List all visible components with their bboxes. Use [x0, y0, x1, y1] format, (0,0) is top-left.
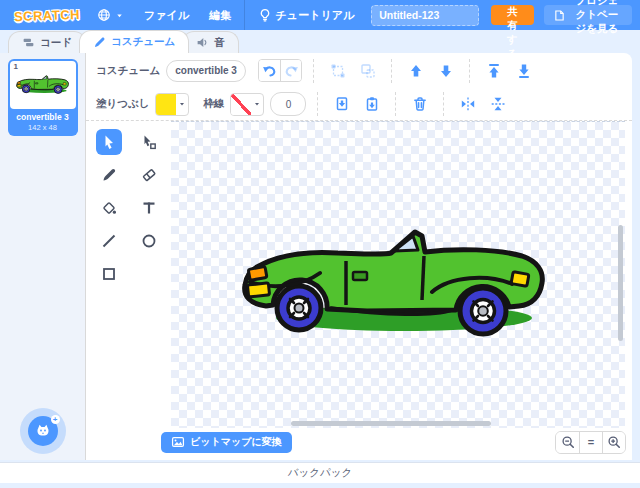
- share-button[interactable]: 共有する: [491, 5, 533, 25]
- toolbar-divider: [443, 92, 445, 116]
- plus-badge-icon: +: [51, 415, 60, 424]
- tool-reshape[interactable]: [136, 129, 162, 155]
- copy-button[interactable]: [330, 92, 354, 116]
- undo-button[interactable]: [259, 60, 280, 81]
- layer-front-icon: [486, 63, 502, 79]
- fill-color-picker[interactable]: [155, 93, 189, 116]
- costume-item-selected[interactable]: 1 convertible 3 142 x 48: [8, 59, 78, 136]
- ungroup-button[interactable]: [356, 59, 380, 83]
- tab-costumes-label: コスチューム: [111, 35, 175, 49]
- vertical-scrollbar[interactable]: [618, 225, 623, 341]
- copy-icon: [334, 96, 350, 112]
- tutorials-label: チュートリアル: [276, 8, 355, 23]
- page-icon: [553, 9, 566, 22]
- tool-fill[interactable]: [96, 195, 122, 221]
- flip-vertical-icon: [490, 96, 506, 112]
- scratch-editor-window: SCRATCH ファイル 編集 チュートリアル 共有する プロジェクトページを見…: [0, 0, 640, 488]
- topbar: SCRATCH ファイル 編集 チュートリアル 共有する プロジェクトページを見…: [0, 0, 640, 30]
- tool-brush[interactable]: [96, 162, 122, 188]
- outline-color-picker[interactable]: [230, 93, 264, 116]
- toolbar-divider: [391, 59, 393, 83]
- project-name-input[interactable]: [371, 5, 479, 26]
- undo-redo-group: [258, 59, 302, 82]
- convert-to-bitmap-button[interactable]: ビットマップに変換: [161, 432, 292, 453]
- group-button[interactable]: [326, 59, 350, 83]
- main-area: 1 convertible 3 142 x 48 + コスチューム: [0, 53, 640, 460]
- costume-name-input[interactable]: [166, 60, 246, 82]
- fill-label: 塗りつぶし: [96, 97, 149, 111]
- circle-icon: [141, 233, 157, 249]
- backpack-bar[interactable]: バックパック: [0, 462, 640, 483]
- code-blocks-icon: [22, 36, 35, 49]
- layer-forward-button[interactable]: [404, 59, 428, 83]
- toolbar-divider: [395, 92, 397, 116]
- costume-thumbnail-art: [15, 75, 71, 95]
- reshape-icon: [141, 134, 157, 150]
- scratch-logo[interactable]: SCRATCH: [8, 6, 87, 24]
- tool-line[interactable]: [96, 228, 122, 254]
- tool-rectangle[interactable]: [96, 261, 122, 287]
- language-menu[interactable]: [88, 0, 133, 30]
- flip-horizontal-button[interactable]: [456, 92, 480, 116]
- tool-circle[interactable]: [136, 228, 162, 254]
- stroke-width-input[interactable]: [270, 92, 306, 116]
- tool-text[interactable]: [136, 195, 162, 221]
- redo-button[interactable]: [280, 60, 301, 81]
- tool-eraser[interactable]: [136, 162, 162, 188]
- tab-sounds[interactable]: 音: [182, 31, 239, 53]
- flip-vertical-button[interactable]: [486, 92, 510, 116]
- costume-field-label: コスチューム: [96, 64, 160, 78]
- add-costume-button[interactable]: +: [28, 416, 58, 446]
- tool-select[interactable]: [96, 129, 122, 155]
- toolbar-divider: [469, 59, 471, 83]
- line-icon: [101, 233, 117, 249]
- project-page-button[interactable]: プロジェクトページを見る: [544, 5, 632, 25]
- flip-horizontal-icon: [460, 96, 476, 112]
- layer-back-icon: [516, 63, 532, 79]
- delete-button[interactable]: [408, 92, 432, 116]
- tab-code-label: コード: [40, 36, 72, 50]
- caret-down-icon: [251, 100, 263, 108]
- zoom-out-icon: [561, 435, 575, 449]
- convertible-car-drawing[interactable]: [236, 228, 556, 343]
- editor-tabs: コード コスチューム 音: [0, 30, 640, 53]
- canvas-bottom-bar: ビットマップに変換 =: [86, 428, 632, 460]
- lightbulb-icon: [258, 8, 272, 22]
- ungroup-icon: [360, 63, 376, 79]
- style-toolbar-row: 塗りつぶし 枠線: [86, 88, 632, 121]
- outline-label: 枠線: [203, 97, 224, 111]
- convert-to-bitmap-label: ビットマップに変換: [190, 435, 282, 449]
- costume-thumbnail: 1: [10, 61, 76, 109]
- rectangle-icon: [101, 266, 117, 282]
- layer-backward-button[interactable]: [434, 59, 458, 83]
- toolbar-divider: [317, 92, 319, 116]
- tab-costumes[interactable]: コスチューム: [79, 30, 189, 53]
- costume-list-panel: 1 convertible 3 142 x 48 +: [0, 53, 86, 460]
- outline-none-swatch: [231, 94, 251, 115]
- caret-down-icon: [176, 100, 188, 108]
- footer: バックパック: [0, 460, 640, 488]
- group-icon: [330, 63, 346, 79]
- layer-back-button[interactable]: [512, 59, 536, 83]
- select-cursor-icon: [101, 134, 117, 150]
- horizontal-scrollbar[interactable]: [291, 421, 491, 426]
- tab-code[interactable]: コード: [8, 31, 86, 53]
- costume-name: convertible 3: [10, 112, 76, 122]
- zoom-in-button[interactable]: [602, 432, 625, 453]
- paste-button[interactable]: [360, 92, 384, 116]
- caret-down-icon: [115, 11, 124, 20]
- paint-editor: コスチューム: [86, 53, 632, 460]
- edit-menu[interactable]: 編集: [200, 0, 240, 30]
- tutorials-menu[interactable]: チュートリアル: [249, 0, 364, 30]
- trash-icon: [412, 96, 428, 112]
- zoom-reset-button[interactable]: =: [579, 432, 602, 453]
- costume-index: 1: [14, 62, 18, 71]
- paint-canvas[interactable]: [171, 121, 625, 428]
- file-menu[interactable]: ファイル: [135, 0, 198, 30]
- paste-icon: [364, 96, 380, 112]
- image-icon: [171, 435, 185, 449]
- layer-front-button[interactable]: [482, 59, 506, 83]
- speaker-icon: [196, 36, 209, 49]
- tab-sounds-label: 音: [214, 36, 225, 50]
- zoom-out-button[interactable]: [556, 432, 579, 453]
